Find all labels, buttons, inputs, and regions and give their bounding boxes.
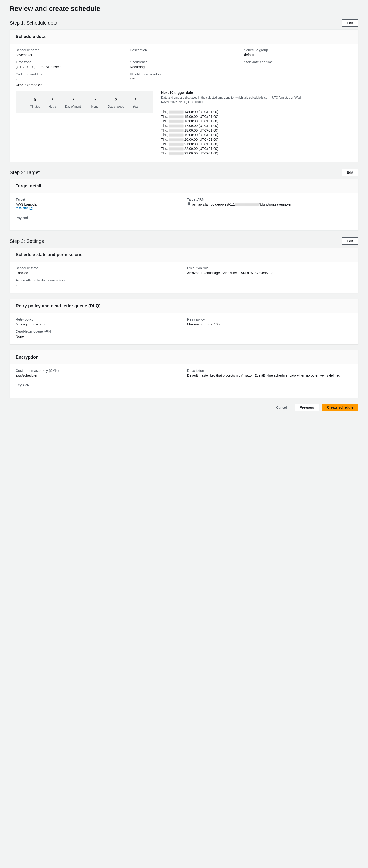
description-value: - [130, 53, 232, 57]
target-link-text: test-ntfy [16, 206, 28, 210]
occurrence-value: Recurring [130, 65, 232, 69]
retry-policy2-label: Retry policy [187, 317, 347, 321]
occurrence-label: Occurrence [130, 60, 232, 64]
cancel-button[interactable]: Cancel [272, 404, 292, 411]
action-after-value: - [16, 283, 352, 287]
redacted-date [169, 120, 183, 123]
cron-month-value: * [87, 98, 103, 103]
trigger-row: Thu, 19:00:00 (UTC+01:00) [161, 133, 352, 137]
schedule-detail-panel: Schedule detail Schedule name savemaker … [10, 30, 358, 162]
redacted-date [169, 152, 183, 155]
timezone-label: Time zone [16, 60, 118, 64]
action-after-label: Action after schedule completion [16, 278, 352, 282]
schedule-group-label: Schedule group [244, 48, 346, 52]
description-label: Description [130, 48, 232, 52]
start-datetime-value: - [244, 65, 346, 69]
state-permissions-heading: Schedule state and permissions [10, 248, 358, 262]
schedule-name-value: savemaker [16, 53, 118, 57]
cron-year-value: * [128, 98, 143, 103]
retry-policy2-value: Maximum retries: 185 [187, 322, 347, 326]
dlq-arn-value: None [16, 334, 352, 338]
cron-expression-label: Cron expression [16, 83, 352, 87]
retry-policy1-value: Max age of event: - [16, 322, 175, 326]
timezone-value: (UTC+01:00) Europe/Brussels [16, 65, 118, 69]
next-triggers-title: Next 10 trigger date [161, 91, 352, 95]
payload-value: - [16, 221, 175, 225]
redacted-date [169, 134, 183, 136]
cron-expression-box: 0 * * * ? * Minutes Hours Day of month M… [16, 91, 152, 113]
payload-label: Payload [16, 216, 175, 220]
schedule-state-value: Enabled [16, 271, 175, 275]
cron-dom-label: Day of month [61, 103, 87, 108]
external-link-icon [29, 207, 33, 210]
target-arn-label: Target ARN [187, 197, 347, 202]
trigger-row: Thu, 23:00:00 (UTC+01:00) [161, 151, 352, 155]
step2-title: Step 2: Target [10, 170, 40, 175]
target-detail-panel: Target detail Target AWS Lambda test-ntf… [10, 179, 358, 231]
redacted-date [169, 143, 183, 146]
trigger-row: Thu, 21:00:00 (UTC+01:00) [161, 142, 352, 146]
retry-dlq-heading: Retry policy and dead-letter queue (DLQ) [10, 299, 358, 313]
redacted-date [169, 115, 183, 118]
target-arn-value: arn:aws:lambda:eu-west-1:19:function:sav… [193, 203, 291, 206]
cron-hours-label: Hours [44, 103, 61, 108]
cron-dom-value: * [61, 98, 87, 103]
schedule-name-label: Schedule name [16, 48, 118, 52]
encryption-panel: Encryption Customer master key (CMK) aws… [10, 350, 358, 398]
schedule-state-label: Schedule state [16, 266, 175, 270]
enc-description-value: Default master key that protects my Amaz… [187, 374, 347, 377]
edit-step2-button[interactable]: Edit [342, 169, 358, 176]
page-title: Review and create schedule [10, 5, 358, 12]
state-permissions-panel: Schedule state and permissions Schedule … [10, 248, 358, 293]
key-arn-value: - [16, 388, 352, 392]
target-value: AWS Lambda [16, 203, 175, 206]
redacted-date [169, 125, 183, 127]
edit-step1-button[interactable]: Edit [342, 19, 358, 27]
trigger-row: Thu, 17:00:00 (UTC+01:00) [161, 124, 352, 128]
next-triggers-desc: Date and time are displayed in the selec… [161, 95, 307, 104]
cron-minutes-value: 0 [25, 98, 44, 103]
retry-dlq-panel: Retry policy and dead-letter queue (DLQ)… [10, 299, 358, 344]
end-datetime-label: End date and time [16, 72, 118, 76]
edit-step3-button[interactable]: Edit [342, 238, 358, 245]
end-datetime-value: - [16, 77, 118, 81]
key-arn-label: Key ARN [16, 383, 352, 387]
flex-window-value: Off [130, 77, 232, 81]
create-schedule-button[interactable]: Create schedule [322, 404, 358, 411]
start-datetime-label: Start date and time [244, 60, 346, 64]
trigger-row: Thu, 15:00:00 (UTC+01:00) [161, 115, 352, 119]
schedule-detail-heading: Schedule detail [10, 30, 358, 44]
cron-year-label: Year [128, 103, 143, 108]
target-detail-heading: Target detail [10, 179, 358, 193]
copy-icon[interactable] [187, 203, 191, 206]
cron-dow-label: Day of week [104, 103, 128, 108]
execution-role-value: Amazon_EventBridge_Scheduler_LAMBDA_b7d9… [187, 271, 347, 275]
redacted-date [169, 129, 183, 132]
retry-policy1-label: Retry policy [16, 317, 175, 321]
trigger-row: Thu, 20:00:00 (UTC+01:00) [161, 137, 352, 142]
redacted-date [169, 138, 183, 141]
cron-hours-value: * [44, 98, 61, 103]
cmk-label: Customer master key (CMK) [16, 369, 175, 373]
trigger-row: Thu, 14:00:00 (UTC+01:00) [161, 110, 352, 114]
step1-title: Step 1: Schedule detail [10, 20, 60, 26]
dlq-arn-label: Dead-letter queue ARN [16, 330, 352, 333]
encryption-heading: Encryption [10, 350, 358, 364]
trigger-row: Thu, 18:00:00 (UTC+01:00) [161, 128, 352, 132]
redacted-date [169, 148, 183, 150]
step3-title: Step 3: Settings [10, 239, 44, 244]
previous-button[interactable]: Previous [295, 404, 319, 411]
trigger-list: Thu, 14:00:00 (UTC+01:00)Thu, 15:00:00 (… [161, 110, 352, 155]
enc-description-label: Description [187, 369, 347, 373]
schedule-group-value: default [244, 53, 346, 57]
target-label: Target [16, 197, 175, 202]
flex-window-label: Flexible time window [130, 72, 232, 76]
execution-role-label: Execution role [187, 266, 347, 270]
cron-month-label: Month [87, 103, 103, 108]
trigger-row: Thu, 16:00:00 (UTC+01:00) [161, 119, 352, 123]
cron-dow-value: ? [104, 98, 128, 103]
target-link[interactable]: test-ntfy [16, 206, 33, 210]
trigger-row: Thu, 22:00:00 (UTC+01:00) [161, 147, 352, 151]
cmk-value: aws/scheduler [16, 374, 175, 377]
redacted-date [169, 111, 183, 114]
